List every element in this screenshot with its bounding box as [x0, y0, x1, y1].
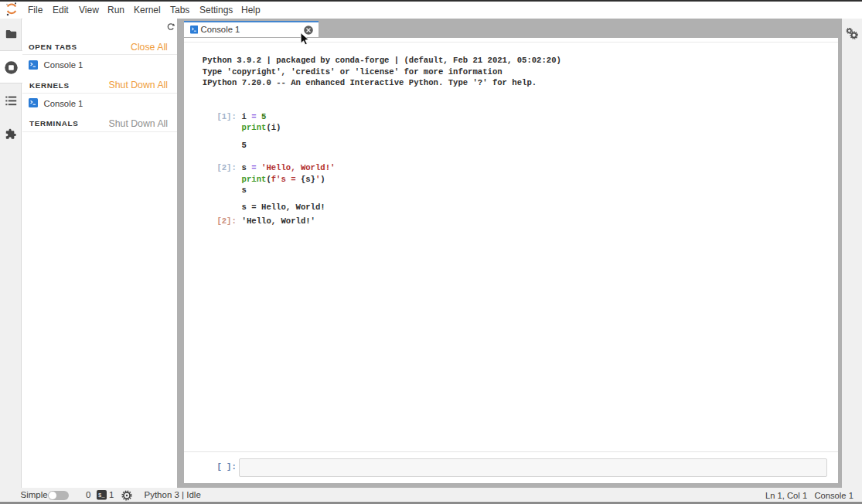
svg-text:$_: $_ [98, 492, 105, 499]
